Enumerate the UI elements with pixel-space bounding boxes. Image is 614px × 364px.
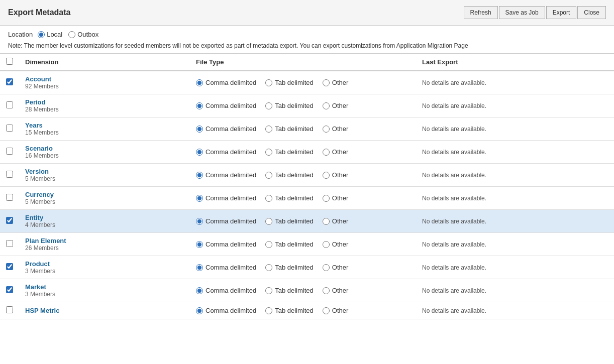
filetype-radio-market-comma-delimited[interactable] [196, 287, 203, 294]
filetype-option-entity-other[interactable]: Other [323, 217, 349, 225]
filetype-option-hsp-metric-other[interactable]: Other [323, 307, 349, 314]
filetype-option-entity-comma-delimited[interactable]: Comma delimited [196, 217, 256, 225]
dimension-members-years: 15 Members [25, 129, 184, 136]
filetype-radio-market-tab-delimited[interactable] [265, 287, 272, 294]
row-checkbox-market[interactable] [6, 286, 13, 293]
close-button[interactable]: Close [577, 6, 606, 19]
filetype-option-entity-tab-delimited[interactable]: Tab delimited [265, 217, 314, 225]
filetype-group-currency: Comma delimitedTab delimitedOther [196, 194, 410, 202]
row-checkbox-scenario[interactable] [6, 148, 13, 155]
last-export-cell-years: No details are available. [416, 117, 614, 141]
filetype-label-account-tab-delimited: Tab delimited [275, 79, 314, 86]
filetype-radio-plan-element-other[interactable] [323, 241, 330, 248]
filetype-option-scenario-comma-delimited[interactable]: Comma delimited [196, 148, 256, 156]
filetype-option-years-tab-delimited[interactable]: Tab delimited [265, 125, 314, 133]
export-button[interactable]: Export [546, 6, 577, 19]
filetype-radio-scenario-other[interactable] [323, 149, 330, 156]
filetype-option-scenario-other[interactable]: Other [323, 148, 349, 156]
filetype-radio-currency-tab-delimited[interactable] [265, 195, 272, 202]
filetype-option-plan-element-other[interactable]: Other [323, 240, 349, 248]
location-local-option[interactable]: Local [38, 31, 62, 38]
row-checkbox-version[interactable] [6, 171, 13, 178]
filetype-option-version-tab-delimited[interactable]: Tab delimited [265, 171, 314, 179]
filetype-option-account-tab-delimited[interactable]: Tab delimited [265, 79, 314, 86]
filetype-radio-scenario-tab-delimited[interactable] [265, 149, 272, 156]
filetype-radio-years-other[interactable] [323, 126, 330, 133]
filetype-radio-entity-other[interactable] [323, 218, 330, 225]
row-checkbox-plan-element[interactable] [6, 240, 13, 247]
filetype-option-version-comma-delimited[interactable]: Comma delimited [196, 171, 256, 179]
filetype-option-period-tab-delimited[interactable]: Tab delimited [265, 102, 314, 109]
filetype-option-account-comma-delimited[interactable]: Comma delimited [196, 79, 256, 86]
filetype-radio-entity-tab-delimited[interactable] [265, 218, 272, 225]
refresh-button[interactable]: Refresh [464, 6, 498, 19]
location-outbox-option[interactable]: Outbox [68, 31, 98, 38]
dimensions-table: Dimension File Type Last Export Account9… [0, 54, 614, 319]
row-checkbox-entity[interactable] [6, 217, 13, 224]
filetype-option-market-comma-delimited[interactable]: Comma delimited [196, 287, 256, 294]
filetype-radio-version-comma-delimited[interactable] [196, 172, 203, 179]
filetype-option-market-tab-delimited[interactable]: Tab delimited [265, 287, 314, 294]
filetype-option-product-tab-delimited[interactable]: Tab delimited [265, 264, 314, 271]
filetype-option-currency-other[interactable]: Other [323, 194, 349, 202]
filetype-label-market-other: Other [332, 287, 349, 294]
filetype-radio-account-tab-delimited[interactable] [265, 79, 272, 86]
filetype-option-years-comma-delimited[interactable]: Comma delimited [196, 125, 256, 133]
save-as-job-button[interactable]: Save as Job [499, 6, 545, 19]
filetype-option-plan-element-comma-delimited[interactable]: Comma delimited [196, 240, 256, 248]
last-export-text-currency: No details are available. [422, 195, 486, 202]
filetype-radio-entity-comma-delimited[interactable] [196, 218, 203, 225]
row-checkbox-product[interactable] [6, 263, 13, 270]
page-header: Export Metadata Refresh Save as Job Expo… [0, 0, 614, 26]
filetype-option-period-comma-delimited[interactable]: Comma delimited [196, 102, 256, 109]
filetype-radio-market-other[interactable] [323, 287, 330, 294]
last-export-text-years: No details are available. [422, 126, 486, 133]
row-checkbox-years[interactable] [6, 125, 13, 132]
filetype-option-currency-tab-delimited[interactable]: Tab delimited [265, 194, 314, 202]
filetype-option-account-other[interactable]: Other [323, 79, 349, 86]
row-checkbox-period[interactable] [6, 101, 13, 108]
filetype-option-product-other[interactable]: Other [323, 264, 349, 271]
filetype-radio-hsp-metric-comma-delimited[interactable] [196, 307, 203, 314]
location-local-radio[interactable] [38, 31, 45, 38]
header-button-group: Refresh Save as Job Export Close [464, 6, 606, 19]
filetype-radio-hsp-metric-other[interactable] [323, 307, 330, 314]
filetype-option-hsp-metric-comma-delimited[interactable]: Comma delimited [196, 307, 256, 314]
filetype-radio-plan-element-tab-delimited[interactable] [265, 241, 272, 248]
filetype-radio-version-tab-delimited[interactable] [265, 172, 272, 179]
filetype-radio-account-other[interactable] [323, 79, 330, 86]
filetype-option-scenario-tab-delimited[interactable]: Tab delimited [265, 148, 314, 156]
filetype-radio-hsp-metric-tab-delimited[interactable] [265, 307, 272, 314]
filetype-radio-period-comma-delimited[interactable] [196, 102, 203, 109]
filetype-radio-period-tab-delimited[interactable] [265, 102, 272, 109]
filetype-option-product-comma-delimited[interactable]: Comma delimited [196, 264, 256, 271]
filetype-radio-product-other[interactable] [323, 264, 330, 271]
filetype-option-plan-element-tab-delimited[interactable]: Tab delimited [265, 240, 314, 248]
filetype-option-years-other[interactable]: Other [323, 125, 349, 133]
filetype-radio-account-comma-delimited[interactable] [196, 79, 203, 86]
filetype-option-version-other[interactable]: Other [323, 171, 349, 179]
filetype-radio-product-tab-delimited[interactable] [265, 264, 272, 271]
filetype-cell-product: Comma delimitedTab delimitedOther [190, 256, 416, 279]
filetype-radio-scenario-comma-delimited[interactable] [196, 149, 203, 156]
filetype-radio-version-other[interactable] [323, 172, 330, 179]
location-outbox-radio[interactable] [68, 31, 75, 38]
row-checkbox-account[interactable] [6, 78, 13, 85]
row-checkbox-currency[interactable] [6, 194, 13, 201]
select-all-checkbox[interactable] [6, 58, 13, 65]
filetype-radio-years-comma-delimited[interactable] [196, 126, 203, 133]
filetype-option-currency-comma-delimited[interactable]: Comma delimited [196, 194, 256, 202]
filetype-option-market-other[interactable]: Other [323, 287, 349, 294]
filetype-label-version-comma-delimited: Comma delimited [206, 171, 256, 179]
filetype-radio-period-other[interactable] [323, 102, 330, 109]
filetype-radio-years-tab-delimited[interactable] [265, 126, 272, 133]
filetype-radio-product-comma-delimited[interactable] [196, 264, 203, 271]
filetype-option-period-other[interactable]: Other [323, 102, 349, 109]
filetype-radio-currency-comma-delimited[interactable] [196, 195, 203, 202]
last-export-text-plan-element: No details are available. [422, 241, 486, 248]
filetype-option-hsp-metric-tab-delimited[interactable]: Tab delimited [265, 307, 314, 314]
row-checkbox-hsp-metric[interactable] [6, 306, 13, 313]
dimension-name-entity: Entity [25, 214, 184, 221]
filetype-radio-plan-element-comma-delimited[interactable] [196, 241, 203, 248]
filetype-radio-currency-other[interactable] [323, 195, 330, 202]
